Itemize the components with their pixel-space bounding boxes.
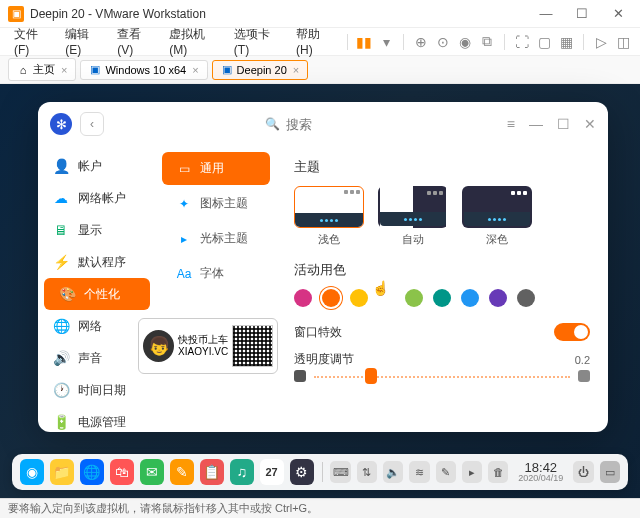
sidebar-item-default-apps[interactable]: ⚡默认程序 [38, 246, 156, 278]
subnav-font[interactable]: Aa字体 [162, 257, 270, 290]
clipboard-tray-icon[interactable]: ✎ [436, 461, 456, 483]
vm-icon: ▣ [89, 64, 101, 76]
menu-button[interactable]: ≡ [507, 116, 515, 132]
dock-clock[interactable]: 18:42 2020/04/19 [514, 461, 567, 483]
sidebar-item-power[interactable]: 🔋电源管理 [38, 406, 156, 432]
maximize-button[interactable]: ☐ [568, 4, 596, 24]
view-icon[interactable]: ▦ [557, 32, 575, 52]
play-tray-icon[interactable]: ▸ [462, 461, 482, 483]
tab-close-icon[interactable]: × [293, 64, 299, 76]
theme-dark[interactable]: 深色 [462, 186, 532, 247]
theme-auto[interactable]: 自动 [378, 186, 448, 247]
accent-color-yellow[interactable] [350, 289, 368, 307]
network-icon: 🌐 [52, 317, 70, 335]
desktop-tray-icon[interactable]: ▭ [600, 461, 620, 483]
store-icon[interactable]: 🛍 [110, 459, 134, 485]
accent-color-orange[interactable] [322, 289, 340, 307]
close-button[interactable]: ✕ [604, 4, 632, 24]
settings-header: ✻ ‹ 🔍 ≡ — ☐ ✕ [38, 102, 608, 146]
accent-color-blue[interactable] [461, 289, 479, 307]
tab-label: Windows 10 x64 [105, 64, 186, 76]
browser-icon[interactable]: 🌐 [80, 459, 104, 485]
unity-icon[interactable]: ▢ [535, 32, 553, 52]
tab-close-icon[interactable]: × [192, 64, 198, 76]
theme-preview [462, 186, 532, 228]
sidebar-item-personalization[interactable]: 🎨个性化 [44, 278, 150, 310]
sidebar-item-cloud-account[interactable]: ☁网络帐户 [38, 182, 156, 214]
accent-color-gray[interactable] [517, 289, 535, 307]
guest-desktop[interactable]: ✻ ‹ 🔍 ≡ — ☐ ✕ 👤帐户 ☁网络帐户 🖥显示 ⚡默认程序 🎨个性化 🌐 [0, 84, 640, 498]
usb-tray-icon[interactable]: ⇅ [357, 461, 377, 483]
launcher-icon[interactable]: ◉ [20, 459, 44, 485]
menu-edit[interactable]: 编辑(E) [59, 24, 107, 59]
snapshot-icon[interactable]: ⊙ [434, 32, 452, 52]
menu-view[interactable]: 查看(V) [111, 24, 159, 59]
tab-deepin20[interactable]: ▣ Deepin 20 × [212, 60, 309, 80]
search-field[interactable]: 🔍 [112, 117, 499, 132]
editor-icon[interactable]: ✎ [170, 459, 194, 485]
watermark-overlay: 👦 快投币上车XIAOYI.VC [138, 318, 278, 374]
screenshot-icon[interactable]: ◉ [456, 32, 474, 52]
subnav-general[interactable]: ▭通用 [162, 152, 270, 185]
settings-app-icon[interactable]: ⚙ [290, 459, 314, 485]
settings-sidebar: 👤帐户 ☁网络帐户 🖥显示 ⚡默认程序 🎨个性化 🌐网络 🔊声音 🕐时间日期 🔋… [38, 146, 156, 432]
power-tray-icon[interactable]: ⏻ [573, 461, 593, 483]
menu-vm[interactable]: 虚拟机(M) [163, 24, 224, 59]
trash-tray-icon[interactable]: 🗑 [488, 461, 508, 483]
sidebar-item-display[interactable]: 🖥显示 [38, 214, 156, 246]
search-input[interactable] [286, 117, 346, 132]
keyboard-tray-icon[interactable]: ⌨ [330, 461, 350, 483]
maximize-button[interactable]: ☐ [557, 116, 570, 132]
avatar-icon: 👦 [143, 330, 174, 362]
accent-color-purple[interactable] [489, 289, 507, 307]
opacity-slider[interactable] [314, 370, 570, 382]
status-text: 要将输入定向到该虚拟机，请将鼠标指针移入其中或按 Ctrl+G。 [8, 501, 318, 516]
sidebar-item-datetime[interactable]: 🕐时间日期 [38, 374, 156, 406]
account-icon: 👤 [52, 157, 70, 175]
mail-icon[interactable]: ✉ [140, 459, 164, 485]
slider-thumb[interactable] [365, 368, 377, 384]
fullscreen-icon[interactable]: ⛶ [513, 32, 531, 52]
tab-home[interactable]: ⌂ 主页 × [8, 58, 76, 81]
thumbnail-icon[interactable]: ◫ [614, 32, 632, 52]
general-icon: ▭ [176, 161, 192, 177]
menu-file[interactable]: 文件(F) [8, 24, 55, 59]
menu-tabs[interactable]: 选项卡(T) [228, 24, 286, 59]
notes-icon[interactable]: 📋 [200, 459, 224, 485]
window-effects-toggle[interactable] [554, 323, 590, 341]
dropdown-icon[interactable]: ▾ [377, 32, 395, 52]
file-manager-icon[interactable]: 📁 [50, 459, 74, 485]
music-icon[interactable]: ♫ [230, 459, 254, 485]
settings-content: 主题 浅色 自动 深色 活动用色 [276, 146, 608, 432]
accent-color-green[interactable] [405, 289, 423, 307]
accent-color-teal[interactable] [433, 289, 451, 307]
network-tray-icon[interactable]: ≋ [409, 461, 429, 483]
tab-windows10[interactable]: ▣ Windows 10 x64 × [80, 60, 207, 80]
calendar-icon[interactable]: 27 [260, 459, 284, 485]
library-icon[interactable]: ▷ [592, 32, 610, 52]
accent-section-title: 活动用色 [294, 261, 590, 279]
minimize-button[interactable]: — [529, 116, 543, 132]
opacity-value: 0.2 [566, 354, 590, 366]
subnav-icon-theme[interactable]: ✦图标主题 [162, 187, 270, 220]
manage-icon[interactable]: ⧉ [478, 32, 496, 52]
send-ctrlaltdel-icon[interactable]: ⊕ [412, 32, 430, 52]
menu-help[interactable]: 帮助(H) [290, 24, 339, 59]
vmware-logo-icon: ▣ [8, 6, 24, 22]
minimize-button[interactable]: — [532, 4, 560, 24]
deepin-dock: ◉ 📁 🌐 🛍 ✉ ✎ 📋 ♫ 27 ⚙ ⌨ ⇅ 🔈 ≋ ✎ ▸ 🗑 18:42… [12, 454, 628, 490]
vmware-statusbar: 要将输入定向到该虚拟机，请将鼠标指针移入其中或按 Ctrl+G。 [0, 498, 640, 518]
pause-icon[interactable]: ▮▮ [356, 32, 374, 52]
opacity-min-icon [294, 370, 306, 382]
tab-close-icon[interactable]: × [61, 64, 67, 76]
volume-tray-icon[interactable]: 🔈 [383, 461, 403, 483]
close-button[interactable]: ✕ [584, 116, 596, 132]
default-apps-icon: ⚡ [52, 253, 70, 271]
deepin-logo-icon: ✻ [50, 113, 72, 135]
sidebar-item-account[interactable]: 👤帐户 [38, 150, 156, 182]
theme-light[interactable]: 浅色 [294, 186, 364, 247]
accent-color-magenta[interactable] [294, 289, 312, 307]
vm-icon: ▣ [221, 64, 233, 76]
subnav-cursor-theme[interactable]: ▸光标主题 [162, 222, 270, 255]
back-button[interactable]: ‹ [80, 112, 104, 136]
